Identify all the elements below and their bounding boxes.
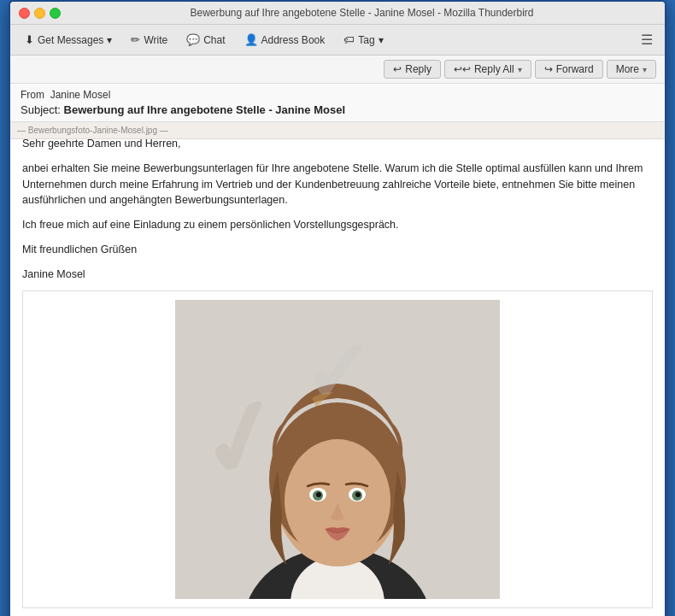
email-body: ✓ Sehr geehrte Damen und Herren, anbei e… <box>10 122 665 616</box>
svg-point-11 <box>316 492 321 497</box>
email-subject-row: Subject: Bewerbung auf Ihre angebotene S… <box>21 103 654 116</box>
dropdown-arrow-icon: ▾ <box>107 34 112 46</box>
body-para1: anbei erhalten Sie meine Bewerbungsunter… <box>22 161 653 208</box>
pencil-icon: ✏ <box>131 33 140 46</box>
email-from-row: From Janine Mosel <box>21 89 654 101</box>
body-closing: Mit freundlichen Grüßen <box>22 242 653 258</box>
subject-text: Bewerbung auf Ihre angebotene Stelle - J… <box>64 103 345 116</box>
tag-icon: 🏷 <box>343 33 355 46</box>
photo-section: — Bewerbungsfoto-Janine-Mosel.jpg — <box>22 290 653 608</box>
dropdown-arrow-icon: ▾ <box>379 34 384 46</box>
dropdown-arrow-icon: ▾ <box>643 65 647 74</box>
book-icon: 👤 <box>244 33 258 46</box>
photo-container: ✓ <box>23 291 652 607</box>
forward-button[interactable]: ↪ Forward <box>535 60 603 79</box>
write-button[interactable]: ✏ Write <box>123 29 175 50</box>
subject-label: Subject: <box>21 103 64 116</box>
get-messages-button[interactable]: ⬇ Get Messages ▾ <box>17 29 120 50</box>
action-bar: ↩ Reply ↩↩ Reply All ▾ ↪ Forward More ▾ <box>10 56 665 84</box>
svg-point-6 <box>285 439 390 562</box>
svg-point-12 <box>355 492 361 497</box>
chat-icon: 💬 <box>186 33 200 46</box>
body-name: Janine Mosel <box>22 267 653 283</box>
body-para2: Ich freue mich auf eine Einladung zu ein… <box>22 217 653 233</box>
chat-button[interactable]: 💬 Chat <box>179 29 232 50</box>
reply-all-icon: ↩↩ <box>454 63 471 75</box>
close-button[interactable] <box>19 8 30 19</box>
reply-button[interactable]: ↩ Reply <box>384 60 441 79</box>
minimize-button[interactable] <box>34 8 45 19</box>
forward-icon: ↪ <box>544 63 553 75</box>
more-button[interactable]: More ▾ <box>607 60 656 79</box>
titlebar: Bewerbung auf Ihre angebotene Stelle - J… <box>10 2 665 25</box>
reply-all-button[interactable]: ↩↩ Reply All ▾ <box>444 60 531 79</box>
person-photo: ✓ <box>175 300 500 599</box>
tag-button[interactable]: 🏷 Tag ▾ <box>336 29 390 50</box>
menu-button[interactable]: ☰ <box>636 28 658 51</box>
sender-name: Janine Mosel <box>50 89 111 101</box>
main-toolbar: ⬇ Get Messages ▾ ✏ Write 💬 Chat 👤 Addres… <box>10 25 665 56</box>
email-content: Sehr geehrte Damen und Herren, anbei erh… <box>22 136 653 282</box>
body-greeting: Sehr geehrte Damen und Herren, <box>22 136 653 152</box>
traffic-lights <box>19 8 61 19</box>
thunderbird-window: Bewerbung auf Ihre angebotene Stelle - J… <box>9 0 666 616</box>
maximize-button[interactable] <box>50 8 61 19</box>
email-meta: From Janine Mosel Subject: Bewerbung auf… <box>10 84 665 122</box>
dropdown-arrow-icon: ▾ <box>518 65 522 74</box>
reply-icon: ↩ <box>393 63 402 75</box>
window-title: Bewerbung auf Ihre angebotene Stelle - J… <box>68 7 656 19</box>
address-book-button[interactable]: 👤 Address Book <box>237 29 333 50</box>
download-icon: ⬇ <box>25 33 34 46</box>
